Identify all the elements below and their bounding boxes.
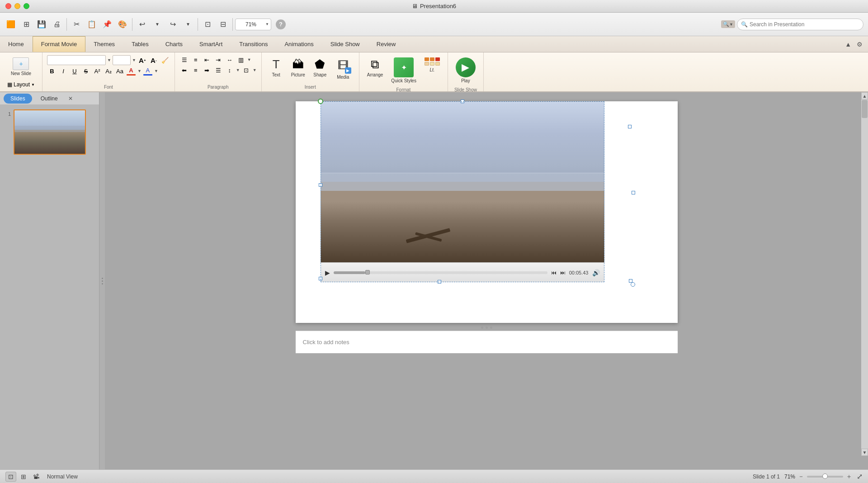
scroll-track-v[interactable]: [861, 99, 868, 449]
selection-handle-top-right[interactable]: [628, 125, 632, 128]
toolbar-undo-btn[interactable]: ↩: [135, 17, 149, 32]
cols-arrow[interactable]: ▼: [247, 57, 251, 62]
video-volume-btn[interactable]: 🔊: [592, 269, 600, 276]
underline-btn[interactable]: U: [70, 66, 80, 76]
ribbon-collapse-btn[interactable]: ▲: [843, 40, 853, 49]
insert-media-button[interactable]: 🎞 ▶ Media: [332, 55, 354, 82]
indent-btn[interactable]: ⇥: [213, 55, 223, 64]
search-input[interactable]: [750, 21, 849, 28]
selection-handle-top[interactable]: [461, 99, 464, 103]
strikethrough-btn[interactable]: S̶: [81, 66, 91, 76]
zoom-plus-btn[interactable]: ＋: [846, 473, 852, 481]
case-btn[interactable]: Aa: [115, 66, 125, 76]
tab-smartart[interactable]: SmartArt: [191, 36, 231, 52]
selection-handle-right[interactable]: [632, 191, 635, 194]
slide-sorter-btn[interactable]: ⊞: [18, 472, 29, 482]
video-progress-bar[interactable]: [334, 271, 547, 274]
video-rewind-btn[interactable]: ⏮: [551, 270, 557, 276]
tab-themes[interactable]: Themes: [85, 36, 123, 52]
tab-charts[interactable]: Charts: [157, 36, 191, 52]
toolbar-pagesetup-btn[interactable]: ⊡: [200, 17, 215, 32]
tab-home[interactable]: Home: [0, 36, 33, 52]
slide-thumbnail-1[interactable]: [14, 109, 86, 155]
toolbar-cut-btn[interactable]: ✂: [69, 17, 84, 32]
line-spacing-arrow[interactable]: ▼: [236, 68, 240, 72]
highlight-arrow[interactable]: ▼: [154, 69, 158, 73]
toolbar-fullscreen-btn[interactable]: ⊟: [216, 17, 230, 32]
toolbar-paste-btn[interactable]: 📌: [100, 17, 114, 32]
selection-handle-corner-circle[interactable]: [631, 282, 635, 287]
maximize-window-button[interactable]: [24, 3, 29, 9]
tab-tables[interactable]: Tables: [123, 36, 157, 52]
close-window-button[interactable]: [5, 3, 11, 9]
valign-arrow[interactable]: ▼: [253, 68, 257, 72]
video-element[interactable]: ▶ ⏮ ⏭ 00:05.43 🔊: [321, 101, 604, 300]
toolbar-grid-btn[interactable]: ⊞: [19, 17, 33, 32]
slide-canvas[interactable]: ▶ ⏮ ⏭ 00:05.43 🔊: [296, 101, 678, 323]
panel-tab-outline[interactable]: Outline: [34, 94, 65, 104]
text-color-btn[interactable]: A: [126, 66, 136, 76]
highlight-btn[interactable]: A: [143, 66, 153, 76]
valign-btn[interactable]: ⊡: [241, 66, 251, 75]
tab-transitions[interactable]: Transitions: [231, 36, 276, 52]
italic-btn[interactable]: I: [58, 66, 68, 76]
selection-handle-left[interactable]: [319, 183, 322, 187]
zoom-control[interactable]: 71% ▼: [235, 19, 271, 30]
play-button[interactable]: ▶ Play: [453, 55, 479, 85]
notes-area[interactable]: Click to add notes: [296, 331, 678, 353]
outdent-btn[interactable]: ⇤: [202, 55, 212, 64]
arrange-button[interactable]: ⧉ Arrange: [364, 55, 387, 80]
new-slide-button[interactable]: + New Slide: [8, 55, 34, 78]
panel-tab-slides[interactable]: Slides: [4, 94, 32, 104]
fit-to-window-btn[interactable]: ⤢: [857, 472, 863, 481]
text-dir-btn[interactable]: ↔: [225, 55, 235, 64]
font-size-input[interactable]: [113, 55, 131, 65]
toolbar-themes-btn[interactable]: 🟧: [4, 17, 18, 32]
scroll-up-btn[interactable]: ▲: [861, 92, 868, 99]
scroll-down-btn[interactable]: ▼: [861, 449, 868, 456]
toolbar-save-btn[interactable]: 💾: [34, 17, 49, 32]
scroll-thumb-v[interactable]: [862, 100, 868, 118]
tab-review[interactable]: Review: [368, 36, 405, 52]
bullets-btn[interactable]: ☰: [179, 55, 189, 64]
quick-styles-button[interactable]: ✦ Quick Styles: [388, 55, 420, 85]
zoom-slider[interactable]: [807, 476, 843, 478]
font-size-arrow[interactable]: ▼: [132, 58, 136, 62]
zoom-slider-thumb[interactable]: [822, 474, 828, 479]
toolbar-redo-btn[interactable]: ↪: [165, 17, 180, 32]
search-btn-arrow[interactable]: ▼: [729, 22, 733, 27]
toolbar-print-btn[interactable]: 🖨: [50, 17, 64, 32]
zoom-minus-btn[interactable]: －: [798, 473, 804, 481]
selection-handle-bottom[interactable]: [438, 280, 441, 284]
lt-styles-button[interactable]: Lt.: [421, 55, 443, 75]
text-color-arrow[interactable]: ▼: [137, 69, 142, 73]
line-spacing-btn[interactable]: ↕: [225, 66, 235, 75]
subscript-btn[interactable]: A₂: [104, 66, 113, 76]
slide-item-1[interactable]: 1: [4, 109, 95, 155]
video-progress-thumb[interactable]: [365, 270, 370, 275]
align-right-btn[interactable]: ➡: [202, 66, 212, 75]
align-center-btn[interactable]: ≡: [191, 66, 201, 75]
tab-format-movie[interactable]: Format Movie: [33, 36, 85, 52]
clear-format-btn[interactable]: 🧹: [160, 56, 170, 65]
font-name-input[interactable]: [47, 55, 106, 65]
normal-view-btn[interactable]: ⊡: [5, 472, 16, 482]
layout-button[interactable]: ▦ Layout ▼: [5, 80, 38, 89]
insert-shape-button[interactable]: ⬟ Shape: [310, 55, 330, 80]
align-left-btn[interactable]: ⬅: [179, 66, 189, 75]
tab-animations[interactable]: Animations: [276, 36, 322, 52]
presenter-view-btn[interactable]: 📽: [31, 472, 42, 482]
superscript-btn[interactable]: A²: [92, 66, 102, 76]
cols-btn[interactable]: ▥: [236, 55, 246, 64]
justify-btn[interactable]: ☰: [213, 66, 223, 75]
toolbar-format-btn[interactable]: 🎨: [115, 17, 130, 32]
toolbar-undo-arrow[interactable]: ▼: [150, 17, 165, 32]
panel-close-btn[interactable]: ✕: [68, 95, 73, 102]
bold-btn[interactable]: B: [47, 66, 57, 76]
tab-slide-show[interactable]: Slide Show: [322, 36, 368, 52]
panel-resize-handle[interactable]: [99, 92, 105, 469]
font-increase-btn[interactable]: A+: [137, 56, 147, 65]
video-forward-btn[interactable]: ⏭: [560, 270, 566, 276]
minimize-window-button[interactable]: [14, 3, 20, 9]
font-name-arrow[interactable]: ▼: [107, 58, 111, 62]
